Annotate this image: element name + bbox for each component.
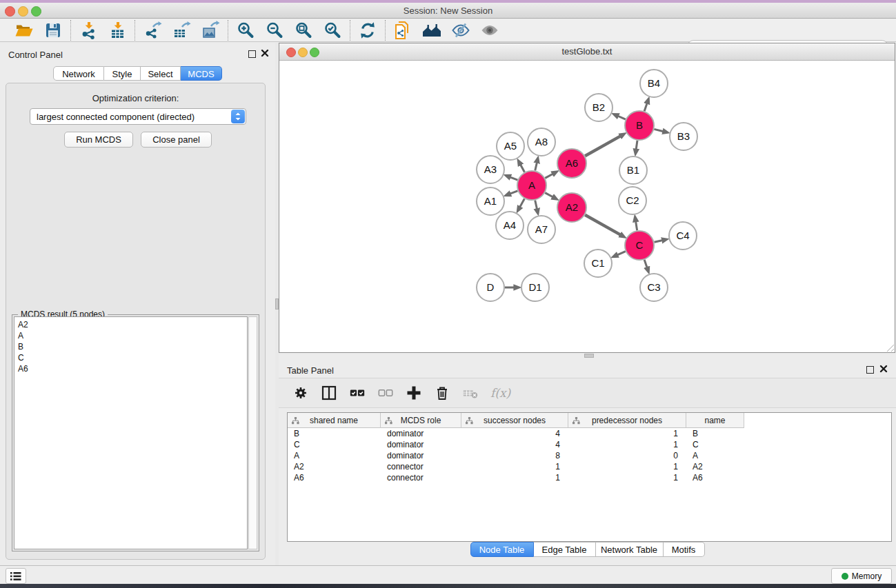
node-A8[interactable]: A8 bbox=[528, 128, 555, 156]
cell-successor-nodes[interactable]: 4 bbox=[461, 439, 568, 450]
export-network-icon[interactable] bbox=[142, 20, 163, 41]
tab-style[interactable]: Style bbox=[104, 66, 141, 81]
edge-C-C2[interactable] bbox=[636, 222, 637, 231]
delete-columns-icon[interactable] bbox=[434, 385, 450, 401]
edge-B-B2[interactable] bbox=[618, 116, 626, 120]
table-row-A2[interactable]: A2connector11A2 bbox=[288, 461, 891, 472]
table-settings-icon[interactable] bbox=[292, 385, 309, 401]
zoom-selected-icon[interactable] bbox=[322, 20, 343, 41]
node-B3[interactable]: B3 bbox=[670, 123, 697, 150]
add-column-icon[interactable] bbox=[406, 385, 422, 401]
result-list-item[interactable]: C bbox=[18, 352, 247, 363]
cell-shared-name[interactable]: C bbox=[288, 439, 381, 450]
edge-A2-C[interactable] bbox=[585, 215, 620, 235]
column-header-MCDS-role[interactable]: MCDS role bbox=[381, 413, 461, 428]
node-C4[interactable]: C4 bbox=[669, 222, 697, 250]
cell-predecessor-nodes[interactable]: 1 bbox=[568, 439, 686, 450]
edge-A-A1[interactable] bbox=[510, 191, 518, 194]
cell-shared-name[interactable]: A bbox=[288, 450, 381, 461]
column-header-predecessor-nodes[interactable]: predecessor nodes bbox=[568, 413, 686, 428]
run-mcds-button[interactable]: Run MCDS bbox=[64, 132, 133, 148]
node-A[interactable]: A bbox=[517, 171, 546, 200]
column-header-name[interactable]: name bbox=[686, 413, 744, 428]
cell-MCDS-role[interactable]: connector bbox=[381, 472, 461, 483]
cell-MCDS-role[interactable]: dominator bbox=[381, 439, 461, 450]
import-table-icon[interactable] bbox=[107, 20, 128, 41]
node-C[interactable]: C bbox=[625, 231, 654, 260]
cell-shared-name[interactable]: A2 bbox=[288, 461, 381, 472]
network-snapshot-icon[interactable] bbox=[392, 20, 413, 41]
cell-shared-name[interactable]: A6 bbox=[288, 472, 381, 483]
task-history-button[interactable] bbox=[6, 568, 26, 584]
node-A2[interactable]: A2 bbox=[557, 193, 586, 222]
node-B2[interactable]: B2 bbox=[585, 94, 613, 121]
node-A7[interactable]: A7 bbox=[528, 216, 555, 243]
tab-edge-table[interactable]: Edge Table bbox=[534, 542, 596, 557]
network-graph[interactable]: B4B2BB3A8A5A6A3B1AA1C2A2A4A7C4CC1C3DD1 bbox=[279, 61, 895, 352]
network-canvas[interactable]: B4B2BB3A8A5A6A3B1AA1C2A2A4A7C4CC1C3DD1 bbox=[279, 61, 895, 352]
node-B1[interactable]: B1 bbox=[619, 156, 647, 184]
zoom-fit-icon[interactable] bbox=[293, 20, 314, 41]
edge-B-B3[interactable] bbox=[654, 129, 663, 131]
node-C2[interactable]: C2 bbox=[619, 187, 646, 214]
refresh-layout-icon[interactable] bbox=[357, 20, 378, 41]
tab-motifs[interactable]: Motifs bbox=[664, 542, 705, 557]
tab-mcds[interactable]: MCDS bbox=[181, 66, 222, 81]
cell-shared-name[interactable]: B bbox=[288, 428, 381, 439]
edge-A-A4[interactable] bbox=[520, 199, 524, 207]
splitter-handle[interactable] bbox=[584, 354, 594, 358]
result-list-item[interactable]: B bbox=[18, 341, 247, 352]
cell-successor-nodes[interactable]: 8 bbox=[461, 450, 568, 461]
toggle-panel-icon[interactable] bbox=[321, 385, 337, 401]
horizontal-splitter[interactable] bbox=[279, 353, 896, 358]
tab-network-table[interactable]: Network Table bbox=[596, 542, 664, 557]
node-table[interactable]: shared nameMCDS rolesuccessor nodesprede… bbox=[287, 412, 892, 542]
float-panel-icon[interactable] bbox=[866, 366, 874, 374]
edge-B-B1[interactable] bbox=[636, 141, 637, 150]
node-C1[interactable]: C1 bbox=[584, 250, 612, 277]
cell-name[interactable]: A2 bbox=[686, 461, 744, 472]
table-row-A[interactable]: Adominator80A bbox=[288, 450, 891, 461]
export-table-icon[interactable] bbox=[171, 20, 192, 41]
node-A6[interactable]: A6 bbox=[557, 149, 586, 178]
cell-predecessor-nodes[interactable]: 1 bbox=[568, 428, 686, 439]
node-B[interactable]: B bbox=[625, 111, 654, 140]
mcds-result-list[interactable]: A2ABCA6 bbox=[14, 316, 248, 549]
edge-A6-B[interactable] bbox=[585, 136, 620, 156]
cell-successor-nodes[interactable]: 1 bbox=[461, 461, 568, 472]
cell-successor-nodes[interactable]: 4 bbox=[461, 428, 568, 439]
edge-B-B4[interactable] bbox=[644, 103, 647, 111]
edge-A-A8[interactable] bbox=[535, 163, 537, 170]
export-image-icon[interactable] bbox=[200, 20, 221, 41]
cell-predecessor-nodes[interactable]: 1 bbox=[568, 472, 686, 483]
node-D[interactable]: D bbox=[477, 274, 504, 301]
result-list-scrollbar[interactable] bbox=[248, 316, 257, 549]
column-header-shared-name[interactable]: shared name bbox=[288, 413, 381, 428]
cell-name[interactable]: A6 bbox=[686, 472, 744, 483]
hide-selected-icon[interactable] bbox=[450, 20, 471, 41]
table-row-B[interactable]: Bdominator41B bbox=[288, 428, 891, 439]
memory-button[interactable]: Memory bbox=[831, 568, 892, 584]
cell-name[interactable]: A bbox=[686, 450, 744, 461]
close-panel-icon[interactable] bbox=[879, 365, 888, 373]
node-C3[interactable]: C3 bbox=[640, 274, 668, 301]
edge-A-A6[interactable] bbox=[545, 174, 552, 178]
cell-MCDS-role[interactable]: dominator bbox=[381, 450, 461, 461]
tab-network[interactable]: Network bbox=[53, 66, 104, 81]
cell-successor-nodes[interactable]: 1 bbox=[461, 472, 568, 483]
edge-C-C3[interactable] bbox=[644, 260, 647, 267]
edge-C-C1[interactable] bbox=[617, 252, 625, 255]
save-session-icon[interactable] bbox=[43, 20, 63, 41]
edge-A-A5[interactable] bbox=[521, 165, 525, 172]
table-row-A6[interactable]: A6connector11A6 bbox=[288, 472, 891, 483]
tab-select[interactable]: Select bbox=[141, 66, 181, 81]
result-list-item[interactable]: A2 bbox=[18, 319, 247, 330]
edge-A-A3[interactable] bbox=[510, 177, 518, 180]
unselect-all-columns-icon[interactable] bbox=[377, 385, 394, 401]
cell-name[interactable]: C bbox=[686, 439, 744, 450]
result-list-item[interactable]: A6 bbox=[18, 363, 247, 374]
zoom-out-icon[interactable] bbox=[264, 20, 285, 41]
float-panel-icon[interactable] bbox=[248, 50, 256, 58]
edge-C-C4[interactable] bbox=[654, 241, 661, 243]
close-panel-button[interactable]: Close panel bbox=[141, 132, 212, 148]
